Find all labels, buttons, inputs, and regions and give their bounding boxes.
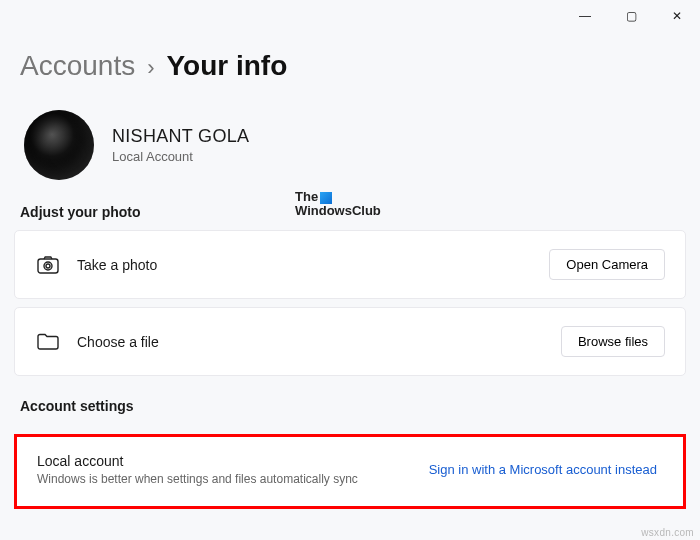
photo-row-take-label: Take a photo	[77, 257, 549, 273]
camera-icon	[35, 256, 61, 274]
svg-point-2	[46, 264, 50, 268]
local-account-desc: Windows is better when settings and file…	[37, 472, 429, 486]
avatar	[24, 110, 94, 180]
local-account-title: Local account	[37, 453, 429, 469]
folder-icon	[35, 333, 61, 350]
close-button[interactable]: ✕	[654, 0, 700, 32]
watermark-line2: WindowsClub	[295, 203, 381, 218]
photo-row-take: Take a photo Open Camera	[14, 230, 686, 299]
footer-watermark: wsxdn.com	[641, 527, 694, 538]
account-type-label: Local Account	[112, 149, 249, 164]
page-title: Your info	[167, 50, 288, 82]
window-controls: — ▢ ✕	[562, 0, 700, 32]
photo-row-file: Choose a file Browse files	[14, 307, 686, 376]
local-account-row: Local account Windows is better when set…	[17, 437, 683, 506]
browse-files-button[interactable]: Browse files	[561, 326, 665, 357]
sign-in-microsoft-link[interactable]: Sign in with a Microsoft account instead	[429, 462, 663, 477]
svg-rect-0	[38, 259, 58, 273]
open-camera-button[interactable]: Open Camera	[549, 249, 665, 280]
user-name: NISHANT GOLA	[112, 126, 249, 147]
maximize-button[interactable]: ▢	[608, 0, 654, 32]
section-heading-account: Account settings	[20, 398, 686, 414]
profile-block: NISHANT GOLA Local Account	[24, 110, 686, 180]
minimize-button[interactable]: —	[562, 0, 608, 32]
breadcrumb-parent[interactable]: Accounts	[20, 50, 135, 82]
svg-point-1	[44, 262, 52, 270]
watermark: The WindowsClub	[295, 190, 381, 217]
highlighted-settings-row: Local account Windows is better when set…	[14, 434, 686, 509]
photo-row-file-label: Choose a file	[77, 334, 561, 350]
chevron-right-icon: ›	[147, 55, 154, 81]
breadcrumb: Accounts › Your info	[14, 50, 686, 82]
